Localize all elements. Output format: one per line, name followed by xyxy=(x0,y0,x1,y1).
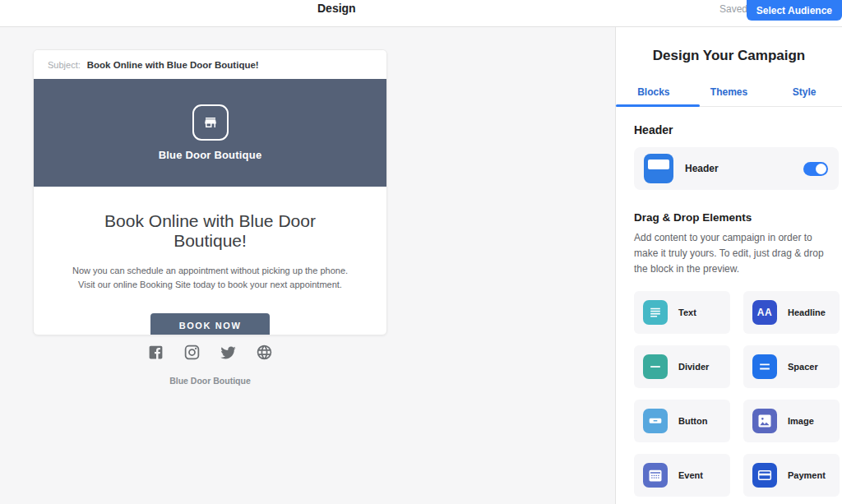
website-icon[interactable] xyxy=(256,344,273,361)
instagram-icon[interactable] xyxy=(183,344,201,361)
divider-icon xyxy=(643,354,668,379)
button-icon xyxy=(643,409,668,433)
subject-value: Book Online with Blue Door Boutique! xyxy=(87,60,259,70)
sidebar-title: Design Your Campaign xyxy=(616,27,842,84)
header-section-heading: Header xyxy=(634,123,839,136)
email-body-text: Now you can schedule an appointment with… xyxy=(71,264,350,292)
credit-card-icon xyxy=(752,463,777,488)
saved-status: Saved xyxy=(719,3,747,15)
email-header-block[interactable]: Blue Door Boutique xyxy=(34,79,386,187)
block-card-divider[interactable]: Divider xyxy=(634,345,730,388)
block-card-text[interactable]: Text xyxy=(634,291,730,334)
design-sidebar: Design Your Campaign Blocks Themes Style… xyxy=(615,27,842,504)
footer-brand-name: Blue Door Boutique xyxy=(33,376,387,386)
tab-blocks[interactable]: Blocks xyxy=(616,84,692,106)
brand-logo xyxy=(192,104,229,141)
header-block-card: Header xyxy=(634,147,839,190)
block-card-image[interactable]: Image xyxy=(743,400,840,442)
subject-row[interactable]: Subject: Book Online with Blue Door Bout… xyxy=(34,50,386,79)
tab-style[interactable]: Style xyxy=(766,84,842,106)
block-card-headline[interactable]: AA Headline xyxy=(743,291,840,334)
calendar-icon xyxy=(643,463,668,488)
drag-drop-heading: Drag & Drop Elements xyxy=(634,211,839,224)
top-bar: Design Saved Select Audience xyxy=(0,0,842,27)
brand-name: Blue Door Boutique xyxy=(159,149,262,161)
block-card-button[interactable]: Button xyxy=(634,400,730,442)
text-icon xyxy=(643,300,668,325)
email-body-block[interactable]: Book Online with Blue Door Boutique! Now… xyxy=(34,187,386,335)
block-grid: Text AA Headline Divider xyxy=(634,291,839,504)
subject-label: Subject: xyxy=(48,60,81,70)
email-preview-canvas: Subject: Book Online with Blue Door Bout… xyxy=(0,27,615,504)
email-heading: Book Online with Blue Door Boutique! xyxy=(70,211,350,251)
tab-themes[interactable]: Themes xyxy=(692,84,767,106)
headline-icon: AA xyxy=(752,300,777,325)
sidebar-tabs: Blocks Themes Style xyxy=(616,84,842,107)
spacer-icon xyxy=(752,354,777,379)
block-card-payment[interactable]: Payment xyxy=(743,454,840,497)
social-links-row xyxy=(33,344,387,361)
facebook-icon[interactable] xyxy=(147,344,164,361)
sidebar-content: Header Header Drag & Drop Elements Add c… xyxy=(616,107,842,504)
block-card-spacer[interactable]: Spacer xyxy=(743,345,840,388)
select-audience-button[interactable]: Select Audience xyxy=(747,0,842,21)
book-now-button[interactable]: BOOK NOW xyxy=(150,313,270,335)
campaign-designer-app: Design Saved Select Audience Subject: Bo… xyxy=(0,0,842,504)
image-icon xyxy=(752,409,777,433)
header-toggle[interactable] xyxy=(803,162,828,176)
header-block-icon xyxy=(644,154,673,183)
header-block-label: Header xyxy=(685,163,719,174)
twitter-icon[interactable] xyxy=(220,344,237,361)
drag-drop-description: Add content to your campaign in order to… xyxy=(634,230,831,278)
block-card-event[interactable]: Event xyxy=(634,454,730,497)
page-title: Design xyxy=(317,2,356,15)
email-preview-card: Subject: Book Online with Blue Door Bout… xyxy=(33,49,387,335)
storefront-icon xyxy=(203,115,218,130)
